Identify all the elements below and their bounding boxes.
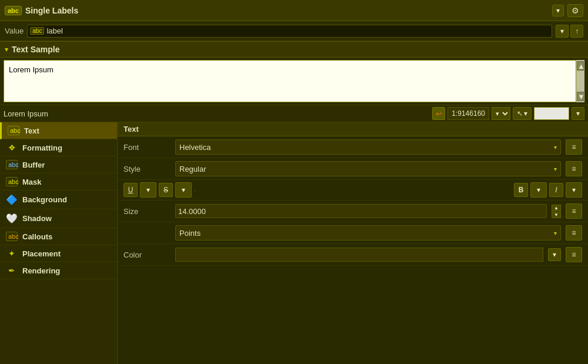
italic-extra-btn[interactable]: ▾ xyxy=(566,182,582,198)
text-icon: abc xyxy=(8,126,19,135)
value-abc-icon: abc xyxy=(30,27,44,35)
sidebar-item-mask[interactable]: abc Mask xyxy=(0,173,117,191)
style-row: Style Regular ▾ ≡ xyxy=(118,158,588,180)
format-buttons-row: U ▾ S ▾ · B ▾ I ▾ xyxy=(118,180,588,201)
sidebar-item-placement[interactable]: ✦ Placement xyxy=(0,245,117,262)
preview-scrollbar[interactable]: ▲ ▼ xyxy=(576,60,584,102)
window-title: Single Labels xyxy=(25,6,78,15)
cursor-dropdown-arrow: ▾ xyxy=(524,109,527,118)
sidebar-label-background: Background xyxy=(22,195,67,204)
underline-btn[interactable]: U xyxy=(123,183,138,197)
coord-dropdown[interactable]: ▾ xyxy=(492,107,510,120)
size-label: Size xyxy=(123,207,171,216)
value-input-wrapper: abc label xyxy=(27,25,552,38)
style-dropdown[interactable]: Regular ▾ xyxy=(175,161,561,176)
abc-badge: abc xyxy=(5,6,22,15)
cursor-tool-btn[interactable]: ↖ ▾ xyxy=(513,107,532,120)
sidebar-label-shadow: Shadow xyxy=(22,214,52,223)
callouts-icon: abc xyxy=(6,232,18,241)
size-input[interactable] xyxy=(175,204,547,218)
top-bar-label: abc Single Labels xyxy=(5,6,552,15)
top-bar: abc Single Labels ▾ ⚙ xyxy=(0,0,588,21)
sidebar-item-background[interactable]: 🔷 Background xyxy=(0,191,117,209)
right-panel: Text Font Helvetica ▾ ≡ Style Regular ▾ … xyxy=(118,122,588,364)
color-swatch-input[interactable] xyxy=(175,248,543,262)
color-label: Color xyxy=(123,251,171,259)
value-field-text: label xyxy=(46,26,62,35)
font-label: Font xyxy=(123,143,171,152)
formatting-icon: ❖ xyxy=(6,143,18,152)
font-dropdown-arrow-icon: ▾ xyxy=(554,144,557,151)
value-label: Value xyxy=(5,26,24,35)
bold-btn[interactable]: B xyxy=(514,183,528,197)
sidebar-item-buffer[interactable]: abc Buffer xyxy=(0,156,117,173)
value-right-buttons: ▾ ↑ xyxy=(556,25,583,38)
sidebar-item-rendering[interactable]: ✒ Rendering xyxy=(0,262,117,279)
coordinate-display: 1:9146160 xyxy=(447,107,489,120)
style-label: Style xyxy=(123,165,171,173)
properties-section-title: Text xyxy=(118,122,588,136)
text-preview-area: Lorem Ipsum xyxy=(4,60,576,102)
font-value: Helvetica xyxy=(179,143,211,152)
style-value: Regular xyxy=(179,165,206,173)
sidebar-item-formatting[interactable]: ❖ Formatting xyxy=(0,139,117,156)
text-sample-header: ▾ Text Sample xyxy=(0,41,588,58)
collapse-arrow-icon[interactable]: ▾ xyxy=(5,45,8,54)
sidebar-label-mask: Mask xyxy=(22,178,42,186)
top-bar-right: ▾ ⚙ xyxy=(552,4,583,17)
title-dropdown-btn[interactable]: ▾ xyxy=(552,5,564,16)
color-swatch-dropdown[interactable]: ▾ xyxy=(572,107,584,120)
strikethrough-color-btn[interactable]: ▾ xyxy=(175,182,192,198)
scrollbar-up-btn[interactable]: ▲ xyxy=(577,61,584,71)
size-list-btn[interactable]: ≡ xyxy=(566,203,582,219)
settings-gear-btn[interactable]: ⚙ xyxy=(567,4,583,17)
text-sample-title: Text Sample xyxy=(12,45,59,54)
color-dropdown-btn[interactable]: ▾ xyxy=(548,248,561,261)
font-dropdown[interactable]: Helvetica ▾ xyxy=(175,139,561,155)
units-dropdown[interactable]: Points ▾ xyxy=(175,225,561,241)
value-row: Value abc label ▾ ↑ xyxy=(0,21,588,41)
size-spinner: ▲ ▼ xyxy=(552,205,561,218)
background-icon: 🔷 xyxy=(6,194,18,205)
preview-text: Lorem Ipsum xyxy=(9,65,54,74)
sidebar-label-text: Text xyxy=(24,126,39,135)
buffer-icon: abc xyxy=(6,160,18,169)
sidebar-label-callouts: Callouts xyxy=(22,232,52,241)
units-value: Points xyxy=(179,229,201,238)
color-swatch-toolbar[interactable] xyxy=(534,107,569,120)
sidebar-label-formatting: Formatting xyxy=(22,143,62,152)
shadow-icon: 🤍 xyxy=(6,213,18,224)
italic-btn[interactable]: I xyxy=(549,183,563,197)
style-list-btn[interactable]: ≡ xyxy=(566,161,582,176)
units-dropdown-arrow-icon: ▾ xyxy=(554,230,557,236)
size-up-btn[interactable]: ▲ xyxy=(552,205,561,211)
bold-extra-btn[interactable]: ▾ xyxy=(530,182,547,198)
size-row: Size ▲ ▼ ≡ xyxy=(118,201,588,222)
units-list-btn[interactable]: ≡ xyxy=(566,225,582,241)
placement-icon: ✦ xyxy=(6,249,18,258)
undo-btn[interactable]: ↩ xyxy=(432,107,445,120)
underline-color-btn[interactable]: ▾ xyxy=(140,182,156,198)
units-row: Points ▾ ≡ xyxy=(118,222,588,244)
sidebar: abc Text ❖ Formatting abc Buffer abc Mas… xyxy=(0,122,118,364)
value-up-btn[interactable]: ↑ xyxy=(570,25,583,38)
sample-text-display: Lorem Ipsum xyxy=(4,109,430,118)
preview-container: Lorem Ipsum ▲ ▼ xyxy=(4,60,584,102)
sidebar-label-buffer: Buffer xyxy=(22,161,45,169)
sidebar-item-shadow[interactable]: 🤍 Shadow xyxy=(0,209,117,228)
sidebar-label-rendering: Rendering xyxy=(22,266,60,275)
strikethrough-btn[interactable]: S xyxy=(159,183,173,197)
font-row: Font Helvetica ▾ ≡ xyxy=(118,136,588,158)
sidebar-item-text[interactable]: abc Text xyxy=(0,122,117,139)
font-list-btn[interactable]: ≡ xyxy=(566,139,582,155)
sidebar-item-callouts[interactable]: abc Callouts xyxy=(0,228,117,245)
cursor-icon: ↖ xyxy=(517,109,523,118)
scrollbar-down-btn[interactable]: ▼ xyxy=(577,92,584,101)
bottom-toolbar: Lorem Ipsum ↩ 1:9146160 ▾ ↖ ▾ ▾ xyxy=(0,105,588,122)
value-dropdown-btn[interactable]: ▾ xyxy=(556,25,569,38)
mask-icon: abc xyxy=(6,177,18,186)
color-list-btn[interactable]: ≡ xyxy=(566,247,582,262)
color-row: Color ▾ ≡ xyxy=(118,244,588,266)
size-down-btn[interactable]: ▼ xyxy=(552,212,561,218)
style-dropdown-arrow-icon: ▾ xyxy=(554,166,557,172)
